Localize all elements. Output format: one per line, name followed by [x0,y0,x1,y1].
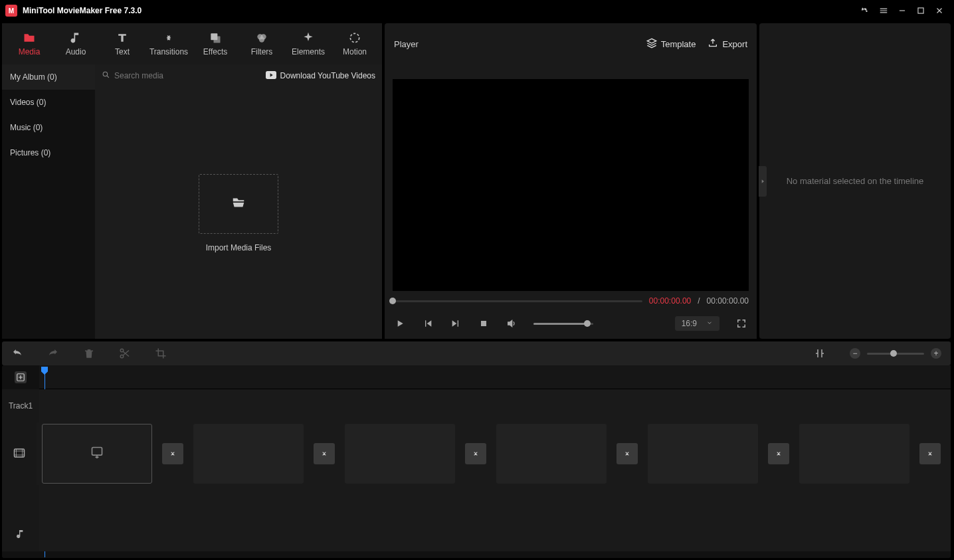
svg-rect-3 [214,37,221,43]
clip-slot[interactable] [496,424,607,484]
next-frame-button[interactable] [450,318,462,329]
maximize-button[interactable] [911,1,930,20]
clip-slot[interactable] [345,424,455,484]
svg-point-7 [350,33,359,42]
app-title: MiniTool MovieMaker Free 7.3.0 [23,6,142,15]
clip-slot[interactable] [648,424,758,484]
text-track-lane[interactable] [39,389,951,422]
clip-slot[interactable] [193,424,304,484]
crop-button[interactable] [155,347,167,359]
volume-button[interactable] [506,318,518,329]
add-track-button[interactable] [15,371,27,383]
tool-tabs: Media Audio Text Transitions Effects Fil… [2,23,382,64]
split-button[interactable] [119,347,131,359]
clip-slot[interactable] [799,424,909,484]
volume-slider[interactable] [533,323,593,325]
main-row: Media Audio Text Transitions Effects Fil… [0,21,954,339]
tab-text[interactable]: Text [99,31,145,56]
motion-icon [348,31,361,45]
transition-slot[interactable] [465,443,486,464]
svg-rect-15 [92,448,102,456]
search-icon [102,70,110,81]
zoom-slider[interactable] [867,353,924,355]
template-button[interactable]: Template [646,38,696,50]
activate-key-icon[interactable] [856,1,874,20]
export-icon [708,38,718,50]
inspector-panel: No material selected on the timeline [759,23,951,339]
tab-media[interactable]: Media [6,31,52,56]
album-pictures[interactable]: Pictures (0) [2,140,95,165]
transitions-icon [162,31,175,45]
search-input[interactable] [114,71,214,80]
tab-audio-label: Audio [66,47,86,56]
download-youtube-link[interactable]: Download YouTube Videos [266,71,375,81]
download-youtube-label: Download YouTube Videos [280,71,375,80]
clip-slot[interactable] [42,424,152,484]
video-track-lane[interactable] [37,422,951,485]
album-my-album[interactable]: My Album (0) [2,64,95,90]
timeline: Track1 [2,365,951,558]
import-media-label: Import Media Files [206,243,272,252]
tab-transitions-label: Transitions [149,47,188,56]
svg-rect-10 [481,321,486,326]
overlay-track-lane[interactable] [39,485,951,518]
delete-button[interactable] [83,347,95,359]
tab-text-label: Text [115,47,130,56]
tab-transitions[interactable]: Transitions [145,31,192,56]
filters-icon [255,31,268,45]
tab-elements-label: Elements [292,47,325,56]
zoom-in-button[interactable]: + [931,348,941,359]
inspector-collapse-handle[interactable] [759,166,767,197]
audio-track-lane[interactable] [39,518,951,551]
album-music[interactable]: Music (0) [2,115,95,140]
undo-button[interactable] [11,347,23,359]
svg-rect-0 [900,10,905,11]
folder-open-icon [230,195,247,213]
time-total: 00:00:00.00 [707,296,749,306]
aspect-ratio-select[interactable]: 16:9 [675,316,719,331]
tab-filters[interactable]: Filters [238,31,285,56]
track1-label: Track1 [2,389,39,422]
timeline-ruler[interactable] [39,365,951,389]
export-button[interactable]: Export [708,38,747,50]
transition-slot[interactable] [919,443,941,464]
svg-point-8 [103,72,108,76]
media-panel: Media Audio Text Transitions Effects Fil… [2,23,382,339]
folder-icon [23,31,36,45]
tab-media-label: Media [19,47,41,56]
tab-audio[interactable]: Audio [52,31,99,56]
chevron-down-icon [706,319,713,328]
tab-effects[interactable]: Effects [192,31,238,56]
zoom-out-button[interactable]: − [850,348,860,359]
tab-motion[interactable]: Motion [332,31,378,56]
svg-rect-1 [918,8,923,13]
player-panel: Player Template Export 00:00:00.00 / 00:… [385,23,757,339]
hamburger-menu-icon[interactable] [874,1,893,20]
prev-frame-button[interactable] [422,318,434,329]
seek-slider[interactable] [393,300,642,302]
transition-slot[interactable] [768,443,789,464]
auto-fit-button[interactable] [814,347,826,359]
template-label: Template [661,39,696,49]
close-button[interactable] [930,1,949,20]
transition-slot[interactable] [162,443,183,464]
transition-slot[interactable] [314,443,335,464]
time-current: 00:00:00.00 [649,296,691,306]
redo-button[interactable] [47,347,59,359]
fullscreen-button[interactable] [735,318,747,329]
sparkle-icon [302,31,315,45]
stop-button[interactable] [478,318,490,329]
album-list: My Album (0) Videos (0) Music (0) Pictur… [2,64,95,339]
music-note-icon [69,31,82,45]
export-label: Export [722,39,747,49]
template-icon [646,38,657,50]
transition-slot[interactable] [617,443,638,464]
play-button[interactable] [394,318,406,329]
inspector-empty-message: No material selected on the timeline [787,176,924,186]
tab-elements[interactable]: Elements [285,31,332,56]
album-videos[interactable]: Videos (0) [2,90,95,115]
player-label: Player [394,39,419,49]
minimize-button[interactable] [893,1,911,20]
audio-track-icon [15,529,26,541]
import-media-button[interactable] [199,174,278,234]
